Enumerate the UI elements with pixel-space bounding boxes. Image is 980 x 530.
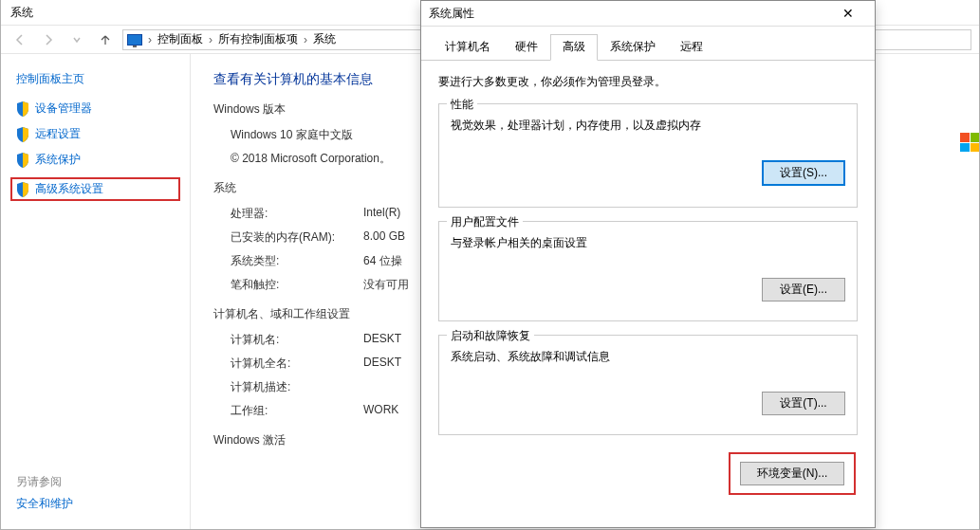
sidebar-item-advanced[interactable]: 高级系统设置 (10, 177, 180, 201)
shield-icon (16, 127, 29, 142)
sidebar-item-remote[interactable]: 远程设置 (16, 126, 175, 142)
tab-computer-name[interactable]: 计算机名 (433, 34, 503, 60)
processor-label: 处理器: (231, 206, 363, 222)
back-arrow-icon[interactable] (9, 28, 31, 51)
pcname-label: 计算机名: (231, 332, 363, 348)
user-profile-title: 用户配置文件 (447, 214, 523, 230)
tab-remote[interactable]: 远程 (668, 34, 715, 60)
processor-value: Intel(R) (363, 206, 400, 222)
windows-logo-icon (960, 133, 979, 199)
edition-value: Windows 10 家庭中文版 (231, 127, 353, 143)
sidebar-item-label: 远程设置 (35, 126, 81, 142)
sidebar: 控制面板主页 设备管理器 远程设置 系统保护 高级系统设置 另请参阅 安全和维护 (1, 54, 191, 529)
monitor-icon (127, 34, 142, 46)
history-chevron-icon[interactable] (65, 28, 88, 51)
workgroup-label: 工作组: (231, 403, 363, 419)
pcname-value: DESKT (363, 332, 401, 348)
see-also-label: 另请参阅 (16, 474, 73, 490)
admin-note: 要进行大多数更改，你必须作为管理员登录。 (438, 74, 858, 90)
up-arrow-icon[interactable] (94, 28, 117, 51)
pcdesc-label: 计算机描述: (231, 379, 363, 395)
fullname-value: DESKT (363, 356, 401, 372)
forward-arrow-icon[interactable] (37, 28, 60, 51)
system-properties-dialog: 系统属性 ✕ 计算机名 硬件 高级 系统保护 远程 要进行大多数更改，你必须作为… (420, 0, 876, 528)
startup-settings-button[interactable]: 设置(T)... (762, 392, 845, 415)
shield-icon (16, 153, 29, 168)
sidebar-item-device-manager[interactable]: 设备管理器 (16, 101, 175, 117)
fullname-label: 计算机全名: (231, 356, 363, 372)
crumb-item[interactable]: 所有控制面板项 (218, 31, 298, 47)
user-profile-settings-button[interactable]: 设置(E)... (762, 278, 845, 302)
tab-strip: 计算机名 硬件 高级 系统保护 远程 (421, 27, 875, 61)
shield-icon (16, 182, 29, 197)
close-icon: ✕ (842, 6, 854, 21)
environment-variables-button[interactable]: 环境变量(N)... (740, 462, 844, 485)
tab-protection[interactable]: 系统保护 (598, 34, 668, 60)
startup-title: 启动和故障恢复 (447, 328, 534, 344)
user-profile-desc: 与登录帐户相关的桌面设置 (451, 235, 845, 251)
performance-group: 性能 视觉效果，处理器计划，内存使用，以及虚拟内存 设置(S)... (438, 103, 858, 208)
tab-advanced[interactable]: 高级 (550, 34, 598, 61)
ram-value: 8.00 GB (363, 229, 405, 246)
performance-title: 性能 (447, 97, 477, 113)
dialog-titlebar[interactable]: 系统属性 ✕ (421, 1, 875, 27)
dialog-title: 系统属性 (429, 6, 474, 22)
pen-value: 没有可用 (363, 277, 409, 293)
ram-label: 已安装的内存(RAM): (231, 229, 363, 246)
env-highlight: 环境变量(N)... (729, 452, 856, 495)
env-row: 环境变量(N)... (438, 448, 858, 499)
pen-label: 笔和触控: (231, 277, 363, 293)
user-profile-group: 用户配置文件 与登录帐户相关的桌面设置 设置(E)... (438, 221, 858, 321)
chevron-right-icon: › (304, 33, 307, 46)
see-also: 另请参阅 安全和维护 (16, 474, 73, 512)
sidebar-item-label: 高级系统设置 (35, 181, 103, 197)
dialog-body: 要进行大多数更改，你必须作为管理员登录。 性能 视觉效果，处理器计划，内存使用，… (421, 61, 875, 512)
startup-group: 启动和故障恢复 系统启动、系统故障和调试信息 设置(T)... (438, 335, 858, 435)
performance-desc: 视觉效果，处理器计划，内存使用，以及虚拟内存 (451, 118, 845, 134)
workgroup-value: WORK (363, 403, 398, 419)
see-also-item-security[interactable]: 安全和维护 (16, 496, 73, 512)
sidebar-item-label: 系统保护 (35, 152, 81, 168)
startup-desc: 系统启动、系统故障和调试信息 (451, 349, 845, 365)
systype-label: 系统类型: (231, 253, 363, 269)
window-title: 系统 (10, 5, 33, 21)
performance-settings-button[interactable]: 设置(S)... (762, 160, 845, 186)
shield-icon (16, 101, 29, 117)
chevron-right-icon: › (209, 33, 213, 46)
sidebar-item-protection[interactable]: 系统保护 (16, 152, 175, 168)
systype-value: 64 位操 (363, 253, 402, 269)
see-also-item-label: 安全和维护 (16, 496, 73, 512)
crumb-item[interactable]: 控制面板 (157, 31, 203, 47)
tab-hardware[interactable]: 硬件 (503, 34, 550, 60)
sidebar-home-link[interactable]: 控制面板主页 (16, 71, 175, 87)
sidebar-item-label: 设备管理器 (35, 101, 92, 117)
copyright-value: © 2018 Microsoft Corporation。 (231, 151, 391, 167)
close-button[interactable]: ✕ (829, 1, 867, 26)
crumb-item[interactable]: 系统 (313, 31, 336, 47)
chevron-right-icon: › (148, 33, 152, 46)
